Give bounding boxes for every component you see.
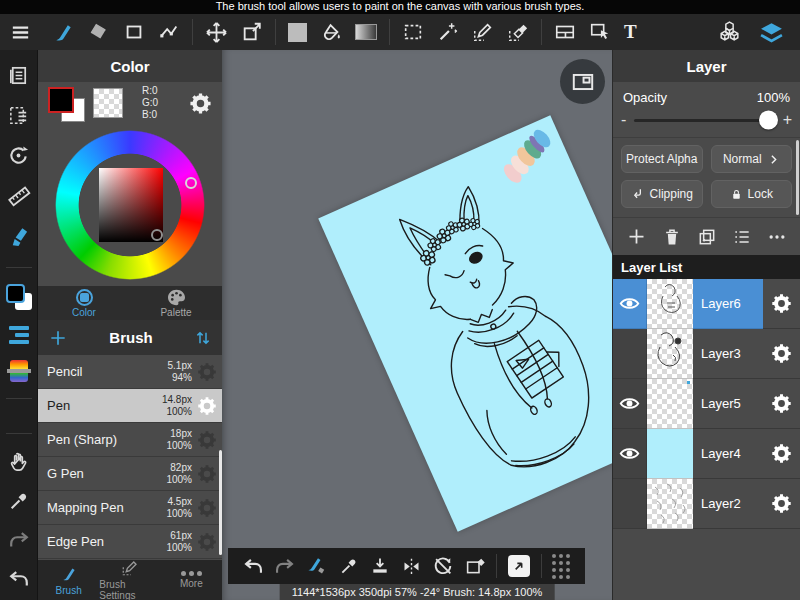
layer-settings-gear-icon[interactable] <box>763 329 800 379</box>
opacity-plus-button[interactable]: + <box>783 111 792 129</box>
manuscript-icon[interactable] <box>7 64 30 87</box>
select-eraser-icon[interactable] <box>507 21 529 43</box>
eyedropper-icon[interactable] <box>8 490 30 512</box>
opacity-slider[interactable] <box>634 119 774 122</box>
clear-canvas-icon[interactable] <box>465 556 486 577</box>
layer-row-layer2[interactable]: Layer2 <box>613 479 800 529</box>
transform-tool-icon[interactable] <box>241 21 263 43</box>
transparent-color-swatch[interactable] <box>94 89 122 117</box>
blend-mode-button[interactable]: Normal <box>711 145 793 173</box>
panel-divide-icon[interactable] <box>554 21 576 43</box>
tab-brush[interactable]: Brush <box>38 560 99 600</box>
brush-row-pen[interactable]: Pen 14.8px100% <box>38 389 222 423</box>
brush-eraser-toggle-icon[interactable] <box>306 555 329 578</box>
brush-settings-gear-icon[interactable] <box>197 362 217 382</box>
opacity-minus-button[interactable]: - <box>621 111 626 129</box>
eraser-tool-icon[interactable] <box>88 21 110 43</box>
delete-layer-icon[interactable] <box>662 227 682 247</box>
lock-button[interactable]: Lock <box>711 180 793 208</box>
layer-row-layer6[interactable]: Layer6 <box>613 279 800 329</box>
layer-more-icon[interactable] <box>767 227 787 247</box>
layer-visibility-toggle[interactable] <box>613 479 647 529</box>
move-tool-icon[interactable] <box>205 21 228 44</box>
tab-more[interactable]: More <box>161 560 222 600</box>
navigator-toggle-button[interactable] <box>560 59 605 104</box>
brush-settings-gear-icon[interactable] <box>197 532 217 552</box>
opacity-slider-knob[interactable] <box>759 111 778 130</box>
shape-tool-icon[interactable] <box>123 21 145 43</box>
add-brush-icon[interactable] <box>48 328 68 348</box>
layer-thumbnail[interactable] <box>647 429 693 479</box>
ruler-icon[interactable] <box>7 184 31 208</box>
tab-brush-settings[interactable]: Brush Settings <box>99 560 160 600</box>
gradient-tool-icon[interactable] <box>355 24 377 40</box>
layer-row-layer3[interactable]: Layer3 <box>613 329 800 379</box>
add-layer-icon[interactable] <box>626 226 647 247</box>
foreground-color-chip[interactable] <box>6 284 32 310</box>
brush-row-pencil[interactable]: Pencil 5.1px94% <box>38 355 222 389</box>
layer-settings-gear-icon[interactable] <box>763 279 800 329</box>
object-select-icon[interactable] <box>589 21 611 43</box>
layer-visibility-toggle[interactable] <box>613 429 647 479</box>
clipping-button[interactable]: Clipping <box>621 180 703 208</box>
protect-alpha-button[interactable]: Protect Alpha <box>621 145 703 173</box>
menu-icon[interactable] <box>0 21 40 44</box>
layer-visibility-toggle[interactable] <box>613 379 647 429</box>
layer-panel-scrollbar[interactable] <box>796 140 799 215</box>
color-settings-gear-icon[interactable] <box>189 92 212 115</box>
brush-settings-gear-icon[interactable] <box>197 430 217 450</box>
layer-row-layer5[interactable]: Layer5 <box>613 379 800 429</box>
save-export-icon[interactable] <box>370 556 390 576</box>
layer-thumbnail[interactable] <box>647 479 693 529</box>
layer-list-icon[interactable] <box>9 326 29 344</box>
brush-row-mapping-pen[interactable]: Mapping Pen 4.5px100% <box>38 491 222 525</box>
magic-wand-icon[interactable] <box>437 21 459 43</box>
eyedropper-icon[interactable] <box>339 556 359 576</box>
redo-icon[interactable] <box>274 556 295 577</box>
layer-row-layer4[interactable]: Layer4 <box>613 429 800 479</box>
rect-select-icon[interactable] <box>402 21 424 43</box>
curve-snap-tool-icon[interactable] <box>158 21 180 43</box>
brush-settings-gear-icon[interactable] <box>197 396 217 416</box>
material-button[interactable] <box>508 555 530 577</box>
brush-settings-gear-icon[interactable] <box>197 498 217 518</box>
brush-sort-icon[interactable] <box>194 329 212 347</box>
reset-rotation-icon[interactable] <box>432 555 454 577</box>
layer-settings-gear-icon[interactable] <box>763 379 800 429</box>
undo-icon[interactable] <box>8 568 30 590</box>
layer-thumbnail[interactable] <box>647 279 693 329</box>
layers-panel-icon[interactable] <box>759 20 784 45</box>
layer-menu-icon[interactable] <box>732 227 752 247</box>
hue-selector[interactable] <box>185 177 197 189</box>
canvas-paper[interactable] <box>318 115 612 532</box>
brush-row-g-pen[interactable]: G Pen 82px100% <box>38 457 222 491</box>
fill-swatch-icon[interactable] <box>288 23 307 42</box>
select-pen-icon[interactable] <box>472 21 494 43</box>
redo-icon[interactable] <box>8 529 30 551</box>
layer-settings-gear-icon[interactable] <box>763 429 800 479</box>
layer-visibility-toggle[interactable] <box>613 279 647 329</box>
tab-palette[interactable]: Palette <box>130 286 222 320</box>
duplicate-layer-icon[interactable] <box>697 227 717 247</box>
text-tool-icon[interactable]: T <box>624 21 637 43</box>
layer-thumbnail[interactable] <box>647 329 693 379</box>
select-marker-icon[interactable] <box>7 225 30 248</box>
brush-row-edge-pen[interactable]: Edge Pen 61px100% <box>38 525 222 559</box>
hand-tool-icon[interactable] <box>7 450 30 473</box>
select-source-icon[interactable] <box>7 104 30 127</box>
undo-icon[interactable] <box>243 556 264 577</box>
layer-thumbnail[interactable] <box>647 379 693 429</box>
rotate-reset-icon[interactable] <box>7 144 30 167</box>
brush-row-pen-sharp[interactable]: Pen (Sharp) 18px100% <box>38 423 222 457</box>
layer-settings-gear-icon[interactable] <box>763 479 800 529</box>
toolbar-drag-handle-icon[interactable] <box>552 554 570 579</box>
brush-tool-icon[interactable] <box>52 21 75 44</box>
material-cubes-icon[interactable] <box>717 20 742 45</box>
fg-bg-color-selector[interactable] <box>48 85 84 121</box>
tab-color[interactable]: Color <box>38 286 130 320</box>
canvas-viewport[interactable]: 1144*1536px 350dpi 57% -24° Brush: 14.8p… <box>222 50 612 600</box>
paint-bucket-icon[interactable] <box>320 21 342 43</box>
layer-visibility-toggle[interactable] <box>613 329 647 379</box>
flip-horizontal-icon[interactable] <box>401 556 422 577</box>
brush-settings-gear-icon[interactable] <box>197 464 217 484</box>
